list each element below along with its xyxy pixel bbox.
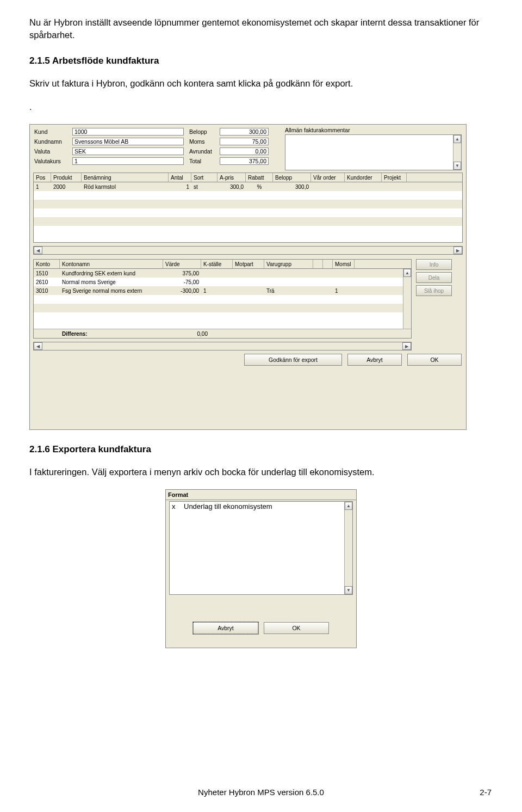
col-varugrupp[interactable]: Varugrupp (264, 260, 313, 268)
col-rabatt[interactable]: Rabatt (246, 173, 273, 182)
valutakurs-field[interactable]: 1 (72, 157, 184, 165)
col-pos[interactable]: Pos (34, 173, 51, 182)
godkann-export-button[interactable]: Godkänn för export (244, 354, 342, 366)
cell: 1 (333, 288, 355, 294)
col-kstalle[interactable]: K-ställe (201, 260, 233, 268)
table-row[interactable]: 3010 Fsg Sverige normal moms extern -300… (34, 286, 411, 295)
scrollbar-vertical[interactable]: ▲ (403, 269, 411, 329)
col-benamning[interactable]: Benämning (82, 173, 169, 182)
scroll-right-icon[interactable]: ▶ (402, 342, 411, 350)
col-kundorder[interactable]: Kundorder (345, 173, 382, 182)
checkmark: x (172, 502, 184, 510)
avrundat-label: Avrundat (189, 148, 220, 155)
list-item-label: Underlag till ekonomisystem (184, 502, 272, 510)
col-sort[interactable]: Sort (191, 173, 217, 182)
text-215: Skriv ut faktura i Hybron, godkänn och k… (29, 77, 493, 90)
cell: -300,00 (163, 288, 201, 294)
ok-button[interactable]: OK (407, 354, 462, 366)
col-kontonamn[interactable]: Kontonamn (60, 260, 163, 268)
cell: 300,0 (273, 184, 311, 190)
total-label: Total (189, 158, 220, 164)
cell: Normal moms Sverige (60, 279, 163, 285)
table-row[interactable]: 2610 Normal moms Sverige -75,00 (34, 278, 411, 286)
total-field[interactable]: 375,00 (220, 157, 269, 165)
invoice-window: Kund1000 KundnamnSvenssons Möbel AB Valu… (29, 124, 467, 430)
kommentar-label: Allmän fakturakommentar (285, 127, 350, 133)
scroll-up-icon[interactable]: ▲ (453, 135, 461, 143)
belopp-label: Belopp (189, 128, 220, 135)
col-konto[interactable]: Konto (34, 260, 60, 268)
moms-field[interactable]: 75,00 (220, 138, 269, 145)
intro-text: Nu är Hybron inställt avseende löpnummer… (29, 16, 493, 41)
cell: 1510 (34, 270, 60, 276)
cell: % (246, 184, 273, 190)
scrollbar-vertical[interactable]: ▲ ▼ (453, 135, 461, 170)
scrollbar-horizontal[interactable]: ◀ ▶ (33, 246, 463, 255)
scroll-up-icon[interactable]: ▲ (345, 502, 352, 510)
scrollbar-horizontal[interactable]: ◀ ▶ (33, 342, 412, 350)
cell: 3010 (34, 288, 60, 294)
kommentar-field[interactable]: ▲ ▼ (285, 134, 462, 170)
belopp-field[interactable]: 300,00 (220, 128, 269, 136)
col-varorder[interactable]: Vår order (311, 173, 345, 182)
page-footer: Nyheter Hybron MPS version 6.5.0 (0, 788, 522, 797)
avbryt-button[interactable]: Avbryt (193, 622, 258, 634)
differens-label: Differens: (60, 331, 167, 337)
heading-215: 2.1.5 Arbetsflöde kundfaktura (29, 56, 493, 66)
cell: Trä (264, 288, 313, 294)
kundnamn-label: Kundnamn (34, 138, 72, 145)
cell: 1 (34, 184, 51, 190)
page-number: 2-7 (480, 788, 492, 797)
differens-value: 0,00 (167, 331, 210, 337)
scroll-right-icon[interactable]: ▶ (453, 247, 462, 254)
cell: 2610 (34, 279, 60, 285)
scroll-down-icon[interactable]: ▼ (453, 162, 461, 170)
col-blank[interactable] (313, 260, 323, 268)
table-row[interactable]: 1 2000 Röd karmstol 1 st 300,0 % 300,0 (34, 182, 462, 191)
list-item[interactable]: x Underlag till ekonomisystem (170, 502, 352, 511)
avrundat-field[interactable]: 0,00 (220, 147, 269, 155)
kund-field[interactable]: 1000 (72, 128, 184, 136)
cell: st (191, 184, 217, 190)
scrollbar-vertical[interactable]: ▲ ▼ (344, 502, 352, 594)
col-varde[interactable]: Värde (163, 260, 201, 268)
moms-label: Moms (189, 138, 220, 145)
col-momsl[interactable]: Momsl (333, 260, 355, 268)
ok-button[interactable]: OK (264, 622, 329, 634)
cell: Röd karmstol (82, 184, 169, 190)
cell: Fsg Sverige normal moms extern (60, 288, 163, 294)
scroll-up-icon[interactable]: ▲ (403, 269, 411, 277)
col-apris[interactable]: A-pris (217, 173, 246, 182)
valuta-label: Valuta (34, 148, 72, 155)
col-blank[interactable] (323, 260, 333, 268)
format-list[interactable]: x Underlag till ekonomisystem ▲ ▼ (169, 501, 353, 595)
scroll-down-icon[interactable]: ▼ (345, 586, 352, 594)
cell: Kundfordring SEK extern kund (60, 270, 163, 276)
col-antal[interactable]: Antal (169, 173, 191, 182)
kund-label: Kund (34, 128, 72, 135)
cell: 1 (201, 288, 233, 294)
cell: 1 (169, 184, 191, 190)
cell: 300,0 (217, 184, 246, 190)
dela-button[interactable]: Dela (416, 272, 452, 283)
text-dot: . (29, 101, 493, 113)
col-motpart[interactable]: Motpart (233, 260, 264, 268)
col-produkt[interactable]: Produkt (51, 173, 82, 182)
heading-216: 2.1.6 Exportera kundfaktura (29, 444, 493, 455)
scroll-left-icon[interactable]: ◀ (34, 342, 42, 350)
info-button[interactable]: Info (416, 259, 452, 270)
cell: 375,00 (163, 270, 201, 276)
cell: -75,00 (163, 279, 201, 285)
table-row[interactable]: 1510 Kundfordring SEK extern kund 375,00 (34, 269, 411, 278)
col-projekt[interactable]: Projekt (382, 173, 407, 182)
text-216: I faktureringen. Välj exportera i menyn … (29, 466, 493, 478)
accounting-table: Konto Kontonamn Värde K-ställe Motpart V… (33, 259, 412, 339)
avbryt-button[interactable]: Avbryt (347, 354, 402, 366)
slaihop-button[interactable]: Slå ihop (416, 285, 452, 296)
cell: 2000 (51, 184, 82, 190)
kundnamn-field[interactable]: Svenssons Möbel AB (72, 138, 184, 145)
col-belopp[interactable]: Belopp (273, 173, 311, 182)
valuta-field[interactable]: SEK (72, 147, 184, 155)
valutakurs-label: Valutakurs (34, 158, 72, 164)
scroll-left-icon[interactable]: ◀ (34, 247, 42, 254)
